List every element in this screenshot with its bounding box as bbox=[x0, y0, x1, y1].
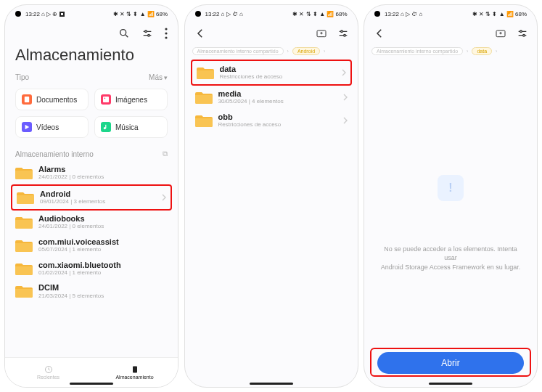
folder-row[interactable]: Audiobooks24/01/2022 | 0 elementos bbox=[11, 211, 172, 234]
chevron-right-icon: › bbox=[496, 49, 497, 54]
image-icon bbox=[101, 94, 111, 105]
svg-point-3 bbox=[145, 30, 147, 33]
type-docs[interactable]: Documentos bbox=[15, 89, 89, 110]
empty-state: ! No se puede acceder a los elementos. I… bbox=[364, 60, 537, 387]
svg-point-5 bbox=[148, 34, 150, 36]
type-images[interactable]: Imágenes bbox=[94, 89, 168, 110]
folder-row[interactable]: media30/05/2024 | 4 elementos bbox=[191, 86, 352, 109]
chevron-right-icon: › bbox=[467, 49, 468, 54]
storage-icon bbox=[131, 365, 139, 374]
type-label-text: Imágenes bbox=[115, 96, 147, 104]
svg-point-11 bbox=[104, 98, 106, 99]
svg-point-0 bbox=[120, 30, 126, 36]
doc-icon bbox=[22, 94, 32, 105]
folder-name: Audiobooks bbox=[38, 214, 168, 223]
type-more: Más bbox=[149, 73, 163, 81]
new-folder-icon[interactable] bbox=[495, 28, 506, 39]
back-icon[interactable] bbox=[194, 27, 207, 40]
back-icon[interactable] bbox=[373, 27, 386, 40]
gesture-handle[interactable] bbox=[250, 383, 293, 385]
phone-android-folder: 13:22 ⌂ ▷ ⏱ ⌂ ✱ ✕ ⇅ ⬍ ▲ 📶 68% Almacenami… bbox=[184, 4, 358, 388]
svg-marker-12 bbox=[25, 125, 30, 129]
type-label-text: Vídeos bbox=[36, 123, 59, 131]
folder-name: DCIM bbox=[38, 283, 168, 292]
folder-icon bbox=[195, 90, 213, 105]
front-camera-dot bbox=[374, 11, 380, 17]
chevron-right-icon bbox=[342, 69, 346, 76]
svg-point-6 bbox=[165, 28, 167, 30]
breadcrumb: Almacenamiento interno compartido›data› bbox=[364, 46, 537, 60]
music-icon bbox=[101, 122, 111, 132]
tab-label: Almacenamiento bbox=[115, 375, 153, 380]
folder-name: data bbox=[220, 65, 342, 73]
filter-icon[interactable] bbox=[517, 28, 528, 39]
empty-line1: No se puede acceder a los elementos. Int… bbox=[384, 245, 517, 261]
open-button[interactable]: Abrir bbox=[377, 352, 524, 374]
breadcrumb-item[interactable]: Almacenamiento interno compartido bbox=[371, 47, 463, 55]
front-camera-dot bbox=[195, 11, 201, 17]
status-bar: 13:22 ⌂ ▷ ⊕ 🞑 ✱ ✕ ⇅ ⬍ ▲ 📶 68% bbox=[5, 5, 178, 21]
chevron-right-icon bbox=[343, 94, 348, 101]
chevron-right-icon bbox=[162, 194, 166, 201]
folder-name: Android bbox=[40, 189, 162, 198]
open-external-icon[interactable]: ⧉ bbox=[163, 150, 168, 158]
tab-label: Recientes bbox=[37, 375, 59, 380]
folder-icon bbox=[17, 190, 34, 205]
folder-row[interactable]: dataRestricciones de acceso bbox=[191, 60, 352, 86]
status-time: 13:22 bbox=[25, 11, 40, 17]
folder-row[interactable]: com.xiaomi.bluetooth01/02/2024 | 1 eleme… bbox=[11, 257, 172, 280]
breadcrumb-item[interactable]: Android bbox=[292, 47, 320, 55]
folder-row[interactable]: Android09/01/2024 | 3 elementos bbox=[11, 184, 172, 211]
folder-icon bbox=[197, 65, 214, 80]
folder-meta: 09/01/2024 | 3 elementos bbox=[40, 199, 162, 205]
type-filter-row[interactable]: Tipo Más▾ bbox=[5, 69, 178, 86]
type-music[interactable]: Música bbox=[94, 116, 168, 138]
svg-point-21 bbox=[343, 34, 345, 36]
phone-data-folder: 13:22 ⌂ ▷ ⏱ ⌂ ✱ ✕ ⇅ ⬍ ▲ 📶 68% Almacenami… bbox=[364, 4, 538, 388]
alert-icon: ! bbox=[438, 175, 464, 201]
folder-list: Alarms24/01/2022 | 0 elementosAndroid09/… bbox=[5, 161, 178, 303]
folder-name: Alarms bbox=[38, 165, 168, 173]
status-right-icons: ✱ ✕ ⇅ ⬍ ▲ 📶 68% bbox=[472, 11, 527, 17]
front-camera-dot bbox=[15, 11, 21, 17]
toolbar bbox=[185, 21, 358, 46]
folder-icon bbox=[15, 166, 33, 180]
storage-section-label: Almacenamiento interno ⧉ bbox=[5, 144, 178, 161]
search-icon[interactable] bbox=[118, 28, 130, 39]
folder-meta: 30/05/2024 | 4 elementos bbox=[218, 99, 343, 105]
breadcrumb-item[interactable]: data bbox=[472, 47, 492, 55]
status-time: 13:22 bbox=[205, 11, 220, 17]
folder-icon bbox=[15, 215, 33, 229]
folder-row[interactable]: obbRestricciones de acceso bbox=[191, 109, 352, 132]
more-icon[interactable] bbox=[165, 28, 168, 39]
svg-point-8 bbox=[165, 36, 167, 38]
toolbar bbox=[5, 21, 178, 46]
chevron-right-icon bbox=[343, 117, 348, 124]
folder-meta: 24/01/2022 | 0 elementos bbox=[38, 174, 168, 181]
new-folder-icon[interactable] bbox=[316, 28, 327, 39]
breadcrumb-item[interactable]: Almacenamiento interno compartido bbox=[192, 47, 284, 55]
svg-line-1 bbox=[126, 35, 128, 37]
breadcrumb: Almacenamiento interno compartido›Androi… bbox=[185, 46, 358, 60]
gesture-handle[interactable] bbox=[70, 383, 113, 385]
type-label: Tipo bbox=[15, 73, 29, 81]
status-time: 13:22 bbox=[385, 11, 399, 17]
folder-row[interactable]: Alarms24/01/2022 | 0 elementos bbox=[11, 161, 172, 184]
folder-row[interactable]: com.miui.voiceassist05/07/2024 | 1 eleme… bbox=[11, 234, 172, 257]
folder-list: dataRestricciones de accesomedia30/05/20… bbox=[185, 60, 358, 132]
page-title: Almacenamiento bbox=[5, 46, 178, 69]
video-icon bbox=[22, 122, 32, 132]
type-videos[interactable]: Vídeos bbox=[15, 116, 89, 138]
folder-name: media bbox=[218, 89, 343, 98]
folder-name: com.miui.voiceassist bbox=[38, 237, 168, 246]
gesture-handle[interactable] bbox=[429, 383, 472, 385]
filter-icon[interactable] bbox=[337, 28, 349, 39]
folder-row[interactable]: DCIM21/03/2024 | 5 elementos bbox=[11, 279, 172, 303]
chevron-right-icon: › bbox=[287, 49, 289, 54]
filter-icon[interactable] bbox=[141, 28, 153, 39]
svg-rect-9 bbox=[25, 97, 29, 102]
svg-point-19 bbox=[340, 30, 342, 33]
svg-rect-16 bbox=[133, 367, 137, 373]
status-bar: 13:22 ⌂ ▷ ⏱ ⌂ ✱ ✕ ⇅ ⬍ ▲ 📶 68% bbox=[185, 5, 358, 21]
folder-meta: Restricciones de acceso bbox=[220, 74, 342, 81]
